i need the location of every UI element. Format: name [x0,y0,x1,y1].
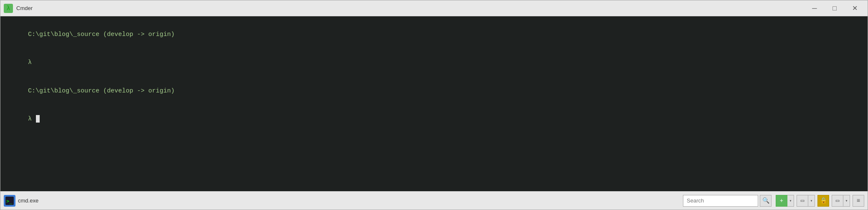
lambda-prompt-1: λ [28,59,32,66]
lock-button[interactable]: 🔒 [817,195,829,207]
menu-button[interactable]: ≡ [853,195,864,207]
window-title: Cmder [16,5,805,11]
layout-button[interactable]: ▭ [832,195,843,207]
window-dropdown-button[interactable]: ▾ [808,195,815,207]
app-icon: λ [4,4,13,13]
terminal-line-1: C:\git\blog\_source (develop -> origin) [5,20,863,49]
cmd-icon: >_ [5,197,14,205]
svg-text:>_: >_ [6,198,13,204]
chevron-down-icon-3: ▾ [845,198,848,203]
terminal-cursor [36,115,40,123]
chevron-down-icon: ▾ [789,198,792,203]
process-name: cmd.exe [18,197,348,204]
maximize-button[interactable]: □ [825,2,844,15]
terminal-line-2: C:\git\blog\_source (develop -> origin) [5,77,863,105]
window-button[interactable]: ▭ [797,195,808,207]
window-icon: ▭ [801,197,804,204]
grid-icon: ▭ [836,197,839,204]
titlebar: λ Cmder ─ □ ✕ [0,0,868,16]
add-dropdown-button[interactable]: ▾ [787,195,794,207]
chevron-down-icon-2: ▾ [810,198,812,203]
statusbar: >_ cmd.exe 🔍 + ▾ ▭ [0,191,868,210]
minimize-button[interactable]: ─ [805,2,824,15]
lambda-prompt-2: λ [28,115,36,123]
plus-icon: + [780,197,783,204]
terminal-prompt-1: λ [5,49,863,77]
close-button[interactable]: ✕ [845,2,864,15]
lock-icon: 🔒 [820,197,827,204]
window-button-group: ▭ ▾ [797,195,815,207]
path-line-1: C:\git\blog\_source (develop -> origin) [28,31,175,38]
lambda-icon: λ [7,5,10,12]
layout-dropdown-button[interactable]: ▾ [843,195,850,207]
window-controls: ─ □ ✕ [805,2,864,15]
search-box[interactable] [683,195,758,207]
hamburger-icon: ≡ [857,197,860,204]
path-line-2: C:\git\blog\_source (develop -> origin) [28,87,175,95]
search-icon: 🔍 [762,197,769,204]
layout-button-group: ▭ ▾ [832,195,850,207]
add-button[interactable]: + [776,195,787,207]
terminal-prompt-2: λ [5,105,863,134]
add-button-group: + ▾ [776,195,794,207]
search-button[interactable]: 🔍 [760,195,772,207]
cmder-window: λ Cmder ─ □ ✕ C:\git\blog\_source (devel… [0,0,868,210]
search-input[interactable] [687,197,754,204]
process-icon: >_ [4,195,15,207]
search-area: 🔍 [683,195,772,207]
terminal-body[interactable]: C:\git\blog\_source (develop -> origin) … [0,16,868,191]
